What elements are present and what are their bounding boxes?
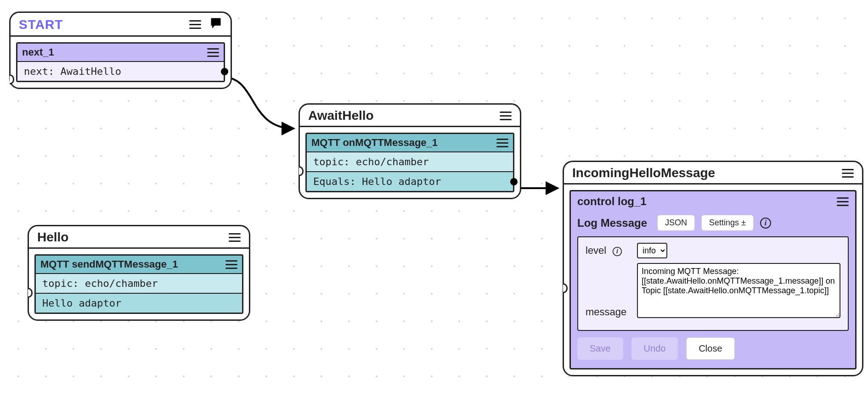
- hamburger-icon[interactable]: [842, 169, 854, 178]
- node-start[interactable]: START next_1 next: AwaitHello: [9, 11, 232, 89]
- hamburger-icon[interactable]: [225, 260, 237, 269]
- node-incoming-header[interactable]: IncomingHelloMessage: [564, 162, 862, 185]
- undo-button[interactable]: Undo: [631, 337, 678, 360]
- flow-canvas[interactable]: START next_1 next: AwaitHello: [0, 0, 868, 397]
- panel-section-label: Log Message: [577, 217, 647, 229]
- block-on-mqtt-message[interactable]: MQTT onMQTTMessage_1 topic: echo/chamber…: [305, 133, 514, 192]
- block-next-1-title: next_1: [22, 46, 54, 58]
- block-row-text: Hello adaptor: [42, 297, 121, 309]
- block-send-mqtt-message[interactable]: MQTT sendMQTTMessage_1 topic: echo/chamb…: [34, 254, 243, 314]
- panel-form: level i info message: [577, 236, 849, 331]
- block-next-1[interactable]: next_1 next: AwaitHello: [16, 42, 225, 82]
- block-row[interactable]: Equals: Hello adaptor: [307, 172, 513, 191]
- block-row[interactable]: topic: echo/chamber: [36, 274, 242, 294]
- block-title: MQTT sendMQTTMessage_1: [40, 258, 178, 270]
- node-hello[interactable]: Hello MQTT sendMQTTMessage_1 topic: echo…: [28, 225, 250, 321]
- message-textarea[interactable]: [637, 263, 840, 318]
- chat-icon[interactable]: [209, 17, 222, 33]
- close-button[interactable]: Close: [686, 337, 734, 360]
- node-start-title: START: [19, 17, 63, 32]
- info-icon[interactable]: i: [613, 247, 622, 256]
- hamburger-icon[interactable]: [500, 112, 512, 120]
- block-row[interactable]: Hello adaptor: [36, 294, 242, 313]
- port-out[interactable]: [510, 178, 518, 185]
- block-row[interactable]: next: AwaitHello: [17, 62, 224, 81]
- node-incoming-title: IncomingHelloMessage: [572, 166, 715, 180]
- hamburger-icon[interactable]: [189, 20, 201, 29]
- hamburger-icon[interactable]: [496, 139, 508, 147]
- node-start-header[interactable]: START: [11, 13, 231, 37]
- level-select[interactable]: info: [637, 243, 667, 258]
- node-incoming-hello-message[interactable]: IncomingHelloMessage control log_1 Log M…: [563, 161, 863, 376]
- block-title: MQTT onMQTTMessage_1: [311, 137, 438, 149]
- node-await-hello[interactable]: AwaitHello MQTT onMQTTMessage_1 topic: e…: [299, 103, 521, 199]
- node-hello-title: Hello: [37, 230, 68, 245]
- message-label: message: [586, 304, 631, 318]
- block-row-text: Equals: Hello adaptor: [313, 176, 441, 187]
- block-row-text: next: AwaitHello: [24, 66, 121, 77]
- hamburger-icon[interactable]: [229, 233, 241, 242]
- hamburger-icon[interactable]: [837, 197, 849, 206]
- info-icon[interactable]: i: [760, 218, 771, 229]
- node-await-hello-header[interactable]: AwaitHello: [300, 105, 520, 127]
- panel-control-log[interactable]: control log_1 Log Message JSON Settings …: [569, 190, 857, 369]
- save-button[interactable]: Save: [577, 337, 623, 360]
- level-label: level i: [586, 243, 631, 257]
- panel-title: control log_1: [577, 195, 647, 208]
- block-row-text: topic: echo/chamber: [42, 278, 158, 289]
- block-row[interactable]: topic: echo/chamber: [307, 152, 513, 172]
- block-row-text: topic: echo/chamber: [313, 156, 429, 168]
- port-out[interactable]: [221, 68, 228, 75]
- json-button[interactable]: JSON: [657, 215, 695, 231]
- node-hello-header[interactable]: Hello: [29, 226, 249, 249]
- hamburger-icon[interactable]: [207, 48, 219, 57]
- node-await-hello-title: AwaitHello: [308, 108, 374, 123]
- settings-button[interactable]: Settings ±: [701, 215, 754, 231]
